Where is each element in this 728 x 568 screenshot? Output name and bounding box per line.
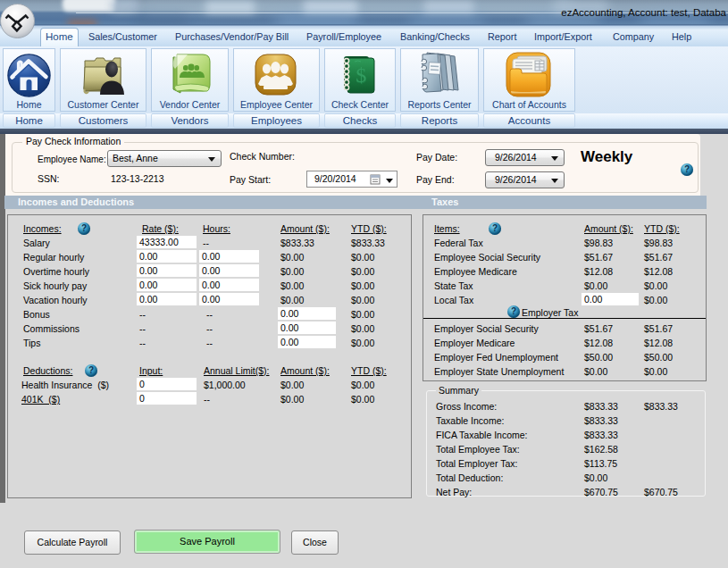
svg-text:$: $: [356, 63, 366, 87]
